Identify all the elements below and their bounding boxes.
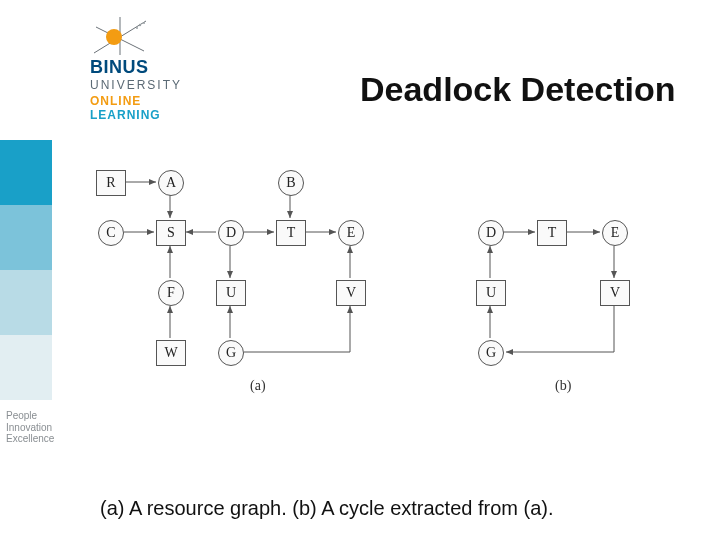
node-b-U: U <box>476 280 506 306</box>
node-b-D: D <box>478 220 504 246</box>
diagrams: R A B C S D T E F U V W G (a) <box>80 167 680 417</box>
diagram-a-label: (a) <box>250 379 266 393</box>
diagram-a-edges <box>80 167 440 397</box>
slide: BINUS UNIVERSITY ONLINE LEARNING Deadloc… <box>0 0 720 540</box>
diagram-a: R A B C S D T E F U V W G (a) <box>80 167 440 397</box>
node-T: T <box>276 220 306 246</box>
svg-point-5 <box>143 22 145 24</box>
page-title: Deadlock Detection <box>360 70 676 109</box>
tagline-1: People <box>6 410 54 422</box>
logo-learning: LEARNING <box>90 108 260 122</box>
diagram-b-label: (b) <box>555 379 571 393</box>
logo-brand: BINUS <box>90 57 260 78</box>
node-R: R <box>96 170 126 196</box>
node-D: D <box>218 220 244 246</box>
logo-mark-icon <box>90 15 150 57</box>
node-F: F <box>158 280 184 306</box>
node-b-G: G <box>478 340 504 366</box>
node-G: G <box>218 340 244 366</box>
tagline: People Innovation Excellence <box>6 410 54 445</box>
node-W: W <box>156 340 186 366</box>
node-U: U <box>216 280 246 306</box>
binus-logo: BINUS UNIVERSITY ONLINE LEARNING <box>90 15 260 122</box>
diagram-b: D T E U V G (b) <box>460 207 670 397</box>
logo-sub: UNIVERSITY <box>90 78 260 92</box>
node-b-T: T <box>537 220 567 246</box>
svg-point-4 <box>139 24 141 26</box>
node-A: A <box>158 170 184 196</box>
node-B: B <box>278 170 304 196</box>
node-S: S <box>156 220 186 246</box>
node-E: E <box>338 220 364 246</box>
caption: (a) A resource graph. (b) A cycle extrac… <box>100 497 620 520</box>
logo-online: ONLINE <box>90 94 260 108</box>
decorative-band <box>0 140 52 400</box>
svg-point-6 <box>136 27 138 29</box>
node-b-E: E <box>602 220 628 246</box>
svg-point-3 <box>106 29 122 45</box>
tagline-2: Innovation <box>6 422 54 434</box>
node-b-V: V <box>600 280 630 306</box>
tagline-3: Excellence <box>6 433 54 445</box>
node-C: C <box>98 220 124 246</box>
node-V: V <box>336 280 366 306</box>
